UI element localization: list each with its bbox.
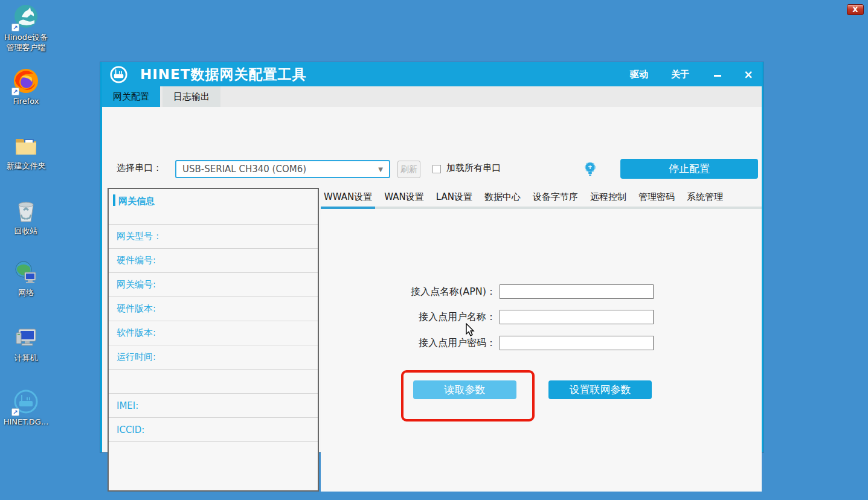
driver-link[interactable]: 驱动 [630, 69, 648, 80]
overlay-close-button[interactable]: X [847, 4, 864, 15]
info-row-hw-no: 硬件编号: [109, 248, 318, 272]
tab-wwan[interactable]: WWAN设置 [321, 191, 378, 203]
settings-panel: WWAN设置 WAN设置 LAN设置 数据中心 设备字节序 远程控制 管理密码 … [321, 188, 762, 492]
shortcut-arrow-icon: ↗ [11, 24, 19, 31]
gateway-info-header: 网关信息 [109, 189, 318, 224]
set-network-params-button[interactable]: 设置联网参数 [548, 380, 652, 399]
apn-pass-input[interactable] [500, 336, 654, 350]
desktop-icon-label: 回收站 [0, 226, 52, 236]
app-tab-bar: 网关配置 日志输出 [102, 86, 762, 107]
tab-gateway-config[interactable]: 网关配置 [102, 86, 160, 107]
serial-port-value: USB-SERIAL CH340 (COM6) [182, 164, 378, 175]
info-row-iccid: ICCID: [109, 417, 318, 441]
about-link[interactable]: 关于 [671, 69, 689, 80]
apn-pass-label: 接入点用户密码： [321, 337, 496, 350]
desktop-icon-recycle-bin[interactable]: 回收站 [0, 197, 52, 236]
info-row-uptime: 运行时间: [109, 345, 318, 369]
main-window: HINET数据网关配置工具 驱动 关于 × 网关配置 日志输出 选择串口： US… [100, 62, 764, 452]
chevron-down-icon: ▼ [378, 166, 383, 173]
info-row-imei: IMEI: [109, 393, 318, 417]
tab-admin-pass[interactable]: 管理密码 [632, 191, 681, 203]
firefox-icon: ↗ [13, 68, 39, 94]
apn-label: 接入点名称(APN)： [321, 286, 496, 298]
desktop-icon-label: Hinode设备 [0, 32, 52, 42]
desktop-icon-network[interactable]: 网络 [0, 259, 52, 298]
serial-port-label: 选择串口： [117, 162, 162, 174]
tab-remote[interactable]: 远程控制 [584, 191, 632, 203]
accent-bar [113, 194, 115, 206]
bulb-icon [583, 161, 597, 177]
tab-system[interactable]: 系统管理 [681, 191, 729, 203]
info-row-empty [109, 441, 318, 490]
apn-user-label: 接入点用户名称： [321, 311, 496, 324]
desktop-icon-firefox[interactable]: ↗ Firefox [0, 68, 52, 106]
minimize-button[interactable] [713, 70, 722, 79]
window-titlebar: HINET数据网关配置工具 驱动 关于 × [102, 62, 762, 86]
info-row-hw-ver: 硬件版本: [109, 296, 318, 321]
info-row-sw-ver: 软件版本: [109, 321, 318, 345]
desktop-icon-label: 计算机 [0, 353, 52, 363]
window-title: HINET数据网关配置工具 [140, 65, 607, 84]
desktop-icon-label: HINET.DG... [0, 417, 52, 427]
gateway-info-panel: 网关信息 网关型号： 硬件编号: 网关编号: 硬件版本: 软件版本: 运行时间:… [108, 188, 319, 492]
hinet-router-icon: ↗ [13, 388, 39, 415]
recycle-bin-icon [13, 197, 39, 224]
wwan-settings-content: 接入点名称(APN)： 接入点用户名称： 接入点用户密码： 读取参数 设置联网参… [321, 209, 762, 492]
overlay-close-icon: X [852, 5, 858, 14]
tab-byte-order[interactable]: 设备字节序 [527, 191, 584, 203]
desktop-icon-computer[interactable]: 计算机 [0, 324, 52, 363]
app-logo-icon [109, 65, 128, 84]
serial-port-select[interactable]: USB-SERIAL CH340 (COM6) ▼ [175, 160, 390, 178]
folder-icon: 7 [13, 132, 39, 159]
close-button[interactable]: × [744, 69, 753, 80]
desktop-icon-label: 新建文件夹 [0, 161, 52, 171]
tab-lan[interactable]: LAN设置 [430, 191, 478, 203]
info-row-gw-no: 网关编号: [109, 272, 318, 296]
hinode-icon: ↗ [13, 4, 39, 30]
load-all-ports-label: 加载所有串口 [446, 162, 501, 174]
apn-user-input[interactable] [500, 310, 654, 324]
desktop-icon-hinet-shortcut[interactable]: ↗ HINET.DG... [0, 388, 52, 427]
apn-user-row: 接入点用户名称： [321, 310, 762, 324]
network-icon [13, 259, 39, 286]
settings-tab-bar: WWAN设置 WAN设置 LAN设置 数据中心 设备字节序 远程控制 管理密码 … [321, 188, 762, 207]
load-all-ports-checkbox[interactable] [432, 165, 441, 173]
shortcut-arrow-icon: ↗ [11, 408, 19, 416]
info-row-model: 网关型号： [109, 224, 318, 248]
read-params-button[interactable]: 读取参数 [413, 380, 516, 399]
desktop-icon-label: 网络 [0, 287, 52, 298]
computer-icon [13, 324, 39, 351]
window-body: 选择串口： USB-SERIAL CH340 (COM6) ▼ 刷新 加载所有串… [102, 107, 762, 452]
tab-wan[interactable]: WAN设置 [378, 191, 430, 203]
apn-pass-row: 接入点用户密码： [321, 336, 762, 350]
desktop-icon-new-folder[interactable]: 7 新建文件夹 [0, 132, 52, 171]
shortcut-arrow-icon: ↗ [11, 88, 19, 95]
refresh-button[interactable]: 刷新 [397, 161, 420, 178]
stop-config-button[interactable]: 停止配置 [620, 159, 758, 179]
apn-row: 接入点名称(APN)： [321, 284, 762, 299]
apn-input[interactable] [500, 284, 654, 299]
desktop-icon-hinode[interactable]: ↗ Hinode设备 管理客户端 [0, 4, 52, 53]
tab-log-output[interactable]: 日志输出 [162, 86, 220, 107]
tab-datacenter[interactable]: 数据中心 [478, 191, 527, 203]
desktop-icon-label: Firefox [0, 96, 52, 106]
desktop-icon-label: 管理客户端 [0, 42, 52, 53]
info-row-spacer [109, 369, 318, 393]
